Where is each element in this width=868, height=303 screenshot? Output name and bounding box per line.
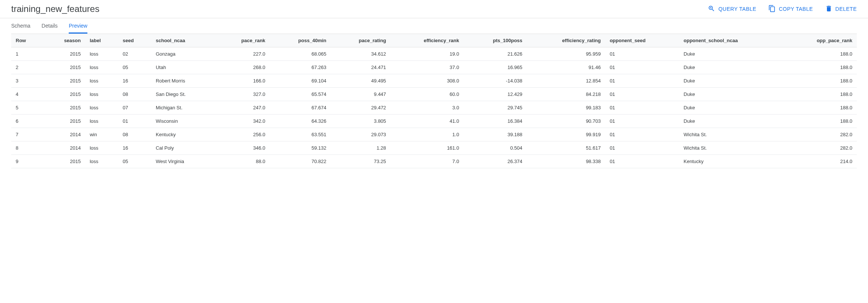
table-cell: 29.745: [464, 101, 527, 115]
table-cell: loss: [85, 74, 118, 88]
column-header: label: [85, 34, 118, 47]
table-cell: 29.472: [331, 101, 391, 115]
table-cell: Duke: [679, 74, 783, 88]
table-cell: 3.805: [331, 115, 391, 128]
table-cell: 256.0: [216, 128, 270, 141]
table-cell: Wichita St.: [679, 141, 783, 155]
svg-point-0: [710, 7, 712, 8]
table-cell: 51.617: [527, 141, 605, 155]
table-cell: 01: [605, 101, 679, 115]
table-cell: 188.0: [783, 74, 857, 88]
delete-icon: [825, 5, 833, 13]
table-cell: 07: [118, 101, 151, 115]
table-cell: 2015: [43, 74, 85, 88]
query-icon: [708, 5, 715, 13]
column-header: school_ncaa: [151, 34, 216, 47]
table-cell: 67.263: [270, 61, 331, 74]
table-row: 52015loss07Michigan St.247.067.67429.472…: [11, 101, 857, 115]
table-cell: 3: [11, 74, 43, 88]
table-cell: 268.0: [216, 61, 270, 74]
table-cell: 67.674: [270, 101, 331, 115]
table-row: 22015loss05Utah268.067.26324.47137.016.9…: [11, 61, 857, 74]
table-cell: San Diego St.: [151, 88, 216, 101]
table-cell: loss: [85, 101, 118, 115]
delete-table-button[interactable]: DELETE: [825, 5, 857, 13]
table-cell: Duke: [679, 61, 783, 74]
table-cell: 4: [11, 88, 43, 101]
query-table-button[interactable]: QUERY TABLE: [708, 5, 756, 13]
table-cell: 02: [118, 47, 151, 61]
table-cell: 2014: [43, 128, 85, 141]
table-cell: Cal Poly: [151, 141, 216, 155]
column-header: season: [43, 34, 85, 47]
table-cell: 41.0: [391, 115, 464, 128]
table-cell: 161.0: [391, 141, 464, 155]
table-cell: Robert Morris: [151, 74, 216, 88]
table-cell: 01: [605, 155, 679, 168]
table-cell: 19.0: [391, 47, 464, 61]
table-cell: 01: [605, 61, 679, 74]
table-cell: 282.0: [783, 141, 857, 155]
column-header: seed: [118, 34, 151, 47]
table-cell: 8: [11, 141, 43, 155]
table-cell: 2: [11, 61, 43, 74]
table-cell: West Virginia: [151, 155, 216, 168]
column-header: poss_40min: [270, 34, 331, 47]
column-header: pace_rating: [331, 34, 391, 47]
table-cell: 01: [118, 115, 151, 128]
table-cell: 37.0: [391, 61, 464, 74]
table-cell: 99.183: [527, 101, 605, 115]
table-cell: loss: [85, 141, 118, 155]
table-body: 12015loss02Gonzaga227.068.06534.61219.02…: [11, 47, 857, 168]
table-cell: 60.0: [391, 88, 464, 101]
table-cell: 2014: [43, 141, 85, 155]
table-cell: 64.326: [270, 115, 331, 128]
table-cell: 05: [118, 61, 151, 74]
table-cell: loss: [85, 88, 118, 101]
table-cell: 5: [11, 101, 43, 115]
table-cell: 99.919: [527, 128, 605, 141]
table-cell: 01: [605, 115, 679, 128]
table-cell: 2015: [43, 155, 85, 168]
table-cell: 08: [118, 88, 151, 101]
table-cell: 7.0: [391, 155, 464, 168]
column-header: efficiency_rank: [391, 34, 464, 47]
table-cell: 7: [11, 128, 43, 141]
copy-table-button[interactable]: COPY TABLE: [768, 5, 813, 13]
table-cell: 282.0: [783, 128, 857, 141]
column-header: opp_pace_rank: [783, 34, 857, 47]
table-cell: Utah: [151, 61, 216, 74]
table-cell: Duke: [679, 47, 783, 61]
table-cell: 16: [118, 74, 151, 88]
table-cell: Duke: [679, 88, 783, 101]
table-cell: 6: [11, 115, 43, 128]
table-cell: 39.188: [464, 128, 527, 141]
table-row: 92015loss05West Virginia88.070.82273.257…: [11, 155, 857, 168]
table-cell: Wisconsin: [151, 115, 216, 128]
table-cell: 0.504: [464, 141, 527, 155]
tab-details[interactable]: Details: [41, 23, 58, 34]
copy-table-label: COPY TABLE: [779, 6, 813, 12]
table-cell: 2015: [43, 101, 85, 115]
table-cell: loss: [85, 115, 118, 128]
table-cell: 16: [118, 141, 151, 155]
table-cell: 9: [11, 155, 43, 168]
table-cell: 227.0: [216, 47, 270, 61]
table-cell: Kentucky: [151, 128, 216, 141]
table-cell: 1.28: [331, 141, 391, 155]
table-cell: 65.574: [270, 88, 331, 101]
table-cell: Gonzaga: [151, 47, 216, 61]
table-cell: 9.447: [331, 88, 391, 101]
column-header: pace_rank: [216, 34, 270, 47]
preview-table: Rowseasonlabelseedschool_ncaapace_rankpo…: [11, 34, 857, 168]
tab-preview[interactable]: Preview: [69, 23, 87, 34]
column-header: opponent_school_ncaa: [679, 34, 783, 47]
tab-schema[interactable]: Schema: [11, 23, 30, 34]
table-cell: 188.0: [783, 61, 857, 74]
table-cell: Duke: [679, 101, 783, 115]
table-cell: 346.0: [216, 141, 270, 155]
table-cell: Kentucky: [679, 155, 783, 168]
table-cell: 24.471: [331, 61, 391, 74]
table-cell: win: [85, 128, 118, 141]
table-cell: 188.0: [783, 47, 857, 61]
